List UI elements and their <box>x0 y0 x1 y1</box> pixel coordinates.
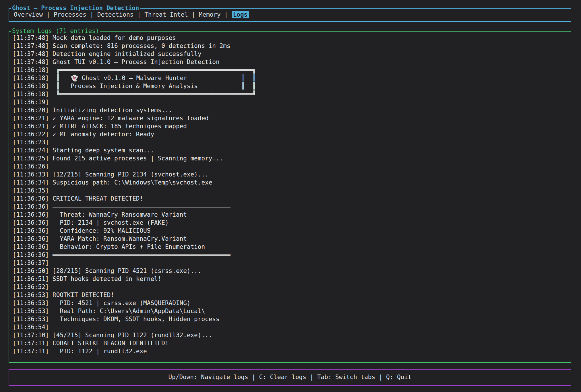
log-message: ════════════════════════════════════════… <box>53 251 231 258</box>
log-message: Behavior: Crypto APIs + File Enumeration <box>53 243 205 250</box>
log-timestamp: [11:37:11] <box>13 348 49 355</box>
log-line: [11:36:53] Techniques: DKOM, SSDT hooks,… <box>13 315 571 323</box>
log-timestamp: [11:36:35] <box>13 187 49 194</box>
log-message: ║ Process Injection & Memory Analysis ║ … <box>53 83 256 90</box>
log-line: [11:36:25]Found 215 active processes | S… <box>13 154 571 162</box>
log-timestamp: [11:36:50] <box>13 267 49 274</box>
log-timestamp: [11:36:18] <box>13 75 49 81</box>
log-message: YARA Match: Ransom.WannaCry.Variant <box>53 235 187 242</box>
log-timestamp: [11:36:18] <box>13 67 49 73</box>
log-line: [11:36:54] <box>13 323 571 331</box>
log-line: [11:36:23] <box>13 138 571 146</box>
log-timestamp: [11:36:36] <box>13 211 49 218</box>
log-line: [11:36:50][28/215] Scanning PID 4521 (cs… <box>13 267 571 275</box>
app-header-panel: Ghost — Process Injection Detection Over… <box>9 8 571 22</box>
terminal-screen: Ghost — Process Injection Detection Over… <box>0 0 581 392</box>
log-timestamp: [11:37:11] <box>13 340 49 347</box>
log-timestamp: [11:36:37] <box>13 259 49 266</box>
log-timestamp: [11:36:53] <box>13 316 49 323</box>
logs-panel-title: System Logs (71 entries) <box>11 27 100 35</box>
log-line: [11:37:48]Scan complete: 816 processes, … <box>13 42 571 50</box>
log-line: [11:36:33][12/215] Scanning PID 2134 (sv… <box>13 170 571 178</box>
log-timestamp: [11:37:48] <box>13 42 49 49</box>
log-line: [11:36:51]SSDT hooks detected in kernel! <box>13 275 571 283</box>
log-timestamp: [11:36:36] <box>13 195 49 202</box>
log-timestamp: [11:36:36] <box>13 219 49 226</box>
log-message: Detection engine initialized successfull… <box>53 51 201 57</box>
log-message: ROOTKIT DETECTED! <box>53 292 114 298</box>
tab-separator: | <box>133 11 144 18</box>
log-timestamp: [11:36:21] <box>13 123 49 130</box>
log-timestamp: [11:36:36] <box>13 203 49 210</box>
tab-overview[interactable]: Overview <box>14 11 43 18</box>
log-message: [45/215] Scanning PID 1122 (rundll32.exe… <box>53 332 212 339</box>
log-line: [11:36:34]Suspicious path: C:\Windows\Te… <box>13 178 571 187</box>
log-message: ║ 👻 Ghost v0.1.0 — Malware Hunter ║ ║ <box>53 75 256 81</box>
log-message: Techniques: DKOM, SSDT hooks, Hidden pro… <box>53 316 220 323</box>
tab-processes[interactable]: Processes <box>54 11 86 18</box>
log-line: [11:36:19] <box>13 98 571 106</box>
tab-separator: | <box>188 11 199 18</box>
log-line: [11:36:36] YARA Match: Ransom.WannaCry.V… <box>13 235 571 243</box>
log-timestamp: [11:36:36] <box>13 235 49 242</box>
log-line: [11:37:10][45/215] Scanning PID 1122 (ru… <box>13 331 571 339</box>
log-message: Suspicious path: C:\Windows\Temp\svchost… <box>53 179 212 186</box>
log-line: [11:36:36]══════════════════════════════… <box>13 203 571 211</box>
log-timestamp: [11:36:53] <box>13 292 49 298</box>
log-message: [12/215] Scanning PID 2134 (svchost.exe)… <box>53 171 209 178</box>
log-message: [28/215] Scanning PID 4521 (csrss.exe)..… <box>53 267 201 274</box>
log-timestamp: [11:36:19] <box>13 99 49 106</box>
log-message: PID: 4521 | csrss.exe (MASQUERADING) <box>53 300 190 306</box>
log-timestamp: [11:36:36] <box>13 243 49 250</box>
system-logs-panel: System Logs (71 entries) [11:37:48]Mock … <box>9 31 571 363</box>
log-timestamp: [11:36:18] <box>13 83 49 90</box>
tab-memory[interactable]: Memory <box>199 11 221 18</box>
log-message: ╔═══════════════════════════════════════… <box>53 67 256 73</box>
log-list[interactable]: [11:37:48]Mock data loaded for demo purp… <box>9 32 571 361</box>
log-message: Scan complete: 816 processes, 0 detectio… <box>53 42 231 49</box>
app-title: Ghost — Process Injection Detection <box>11 4 140 12</box>
log-line: [11:37:11]COBALT STRIKE BEACON IDENTIFIE… <box>13 339 571 347</box>
log-timestamp: [11:36:36] <box>13 227 49 234</box>
log-line: [11:36:21]✓ YARA engine: 12 malware sign… <box>13 114 571 122</box>
tab-threat-intel[interactable]: Threat Intel <box>144 11 188 18</box>
log-line: [11:36:21]✓ MITRE ATT&CK: 185 techniques… <box>13 122 571 130</box>
tab-logs[interactable]: Logs <box>232 11 249 18</box>
log-line: [11:36:26] <box>13 162 571 170</box>
footer-keybinds-panel: Up/Down: Navigate logs | C: Clear logs |… <box>9 369 571 386</box>
log-line: [11:37:48]Ghost TUI v0.1.0 — Process Inj… <box>13 58 571 66</box>
log-timestamp: [11:36:23] <box>13 139 49 146</box>
log-timestamp: [11:36:24] <box>13 147 49 154</box>
log-timestamp: [11:36:26] <box>13 163 49 170</box>
log-timestamp: [11:36:22] <box>13 131 49 138</box>
tab-separator: | <box>86 11 97 18</box>
log-line: [11:36:18] ║ Process Injection & Memory … <box>13 82 571 90</box>
tab-detections[interactable]: Detections <box>97 11 133 18</box>
keybind-help-text: Up/Down: Navigate logs | C: Clear logs |… <box>9 370 571 385</box>
log-line: [11:36:18] ╚════════════════════════════… <box>13 90 571 98</box>
log-line: [11:36:18] ╔════════════════════════════… <box>13 66 571 74</box>
log-message: Ghost TUI v0.1.0 — Process Injection Det… <box>53 59 220 65</box>
log-timestamp: [11:36:33] <box>13 171 49 178</box>
log-line: [11:36:35] <box>13 187 571 195</box>
log-message: CRITICAL THREAT DETECTED! <box>53 195 143 202</box>
log-line: [11:36:36] Threat: WannaCry Ransomware V… <box>13 211 571 219</box>
log-timestamp: [11:36:21] <box>13 115 49 122</box>
log-timestamp: [11:37:48] <box>13 34 49 41</box>
log-line: [11:36:52] <box>13 283 571 291</box>
log-message: SSDT hooks detected in kernel! <box>53 275 161 282</box>
log-line: [11:36:36]══════════════════════════════… <box>13 251 571 259</box>
log-message: Real Path: C:\Users\Admin\AppData\Local\ <box>53 308 205 315</box>
log-message: Mock data loaded for demo purposes <box>53 34 176 41</box>
log-line: [11:36:18] ║ 👻 Ghost v0.1.0 — Malware Hu… <box>13 74 571 82</box>
log-line: [11:36:36]CRITICAL THREAT DETECTED! <box>13 195 571 203</box>
log-line: [11:36:36] Behavior: Crypto APIs + File … <box>13 243 571 251</box>
log-line: [11:36:53] PID: 4521 | csrss.exe (MASQUE… <box>13 299 571 307</box>
log-line: [11:37:48]Detection engine initialized s… <box>13 50 571 58</box>
log-line: [11:37:48]Mock data loaded for demo purp… <box>13 34 571 42</box>
log-line: [11:36:53] Real Path: C:\Users\Admin\App… <box>13 307 571 315</box>
log-line: [11:36:24]Starting deep system scan... <box>13 146 571 154</box>
log-message: PID: 2134 | svchost.exe (FAKE) <box>53 219 169 226</box>
log-message: Threat: WannaCry Ransomware Variant <box>53 211 187 218</box>
log-message: COBALT STRIKE BEACON IDENTIFIED! <box>53 340 169 347</box>
